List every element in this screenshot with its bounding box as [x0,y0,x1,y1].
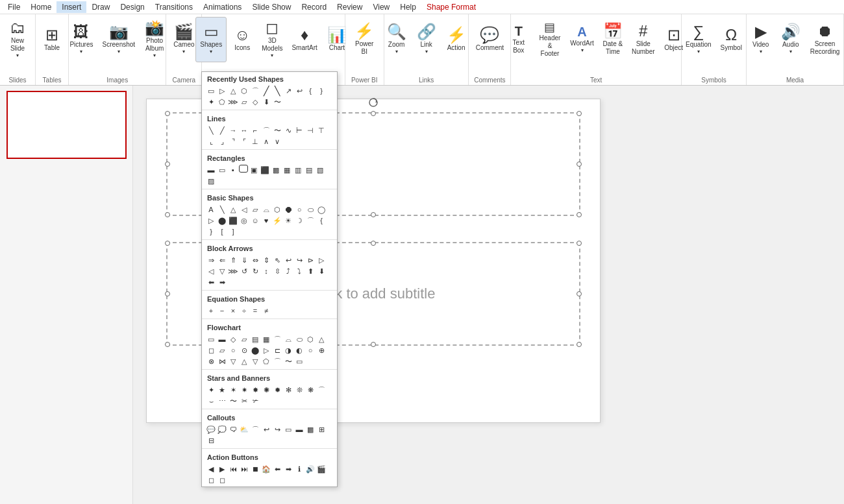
basic-hex[interactable]: ⬡ [272,204,282,215]
screenshot-button[interactable]: 📷 Screenshot ▾ [99,17,140,62]
line-conn3[interactable]: ⊤ [316,125,327,136]
ba-bend[interactable]: ↩ [283,255,293,265]
fc-extract[interactable]: △ [239,356,249,366]
basic-para[interactable]: ▱ [250,204,260,215]
ab-info[interactable]: 🏠 [261,464,271,474]
co-border1[interactable]: ▭ [283,424,293,435]
line-conn8[interactable]: ⊥ [250,136,260,147]
ab-prev-slide[interactable]: ⬅ [272,464,282,474]
eq-plus[interactable]: + [206,306,216,316]
menu-record[interactable]: Record [296,1,332,13]
eq-equals[interactable]: = [250,306,260,316]
basic-circle[interactable]: ○ [294,204,304,215]
ba-updown2[interactable]: ⇳ [272,266,282,276]
icons-button[interactable]: ☺ Icons [228,17,256,62]
ba-circular[interactable]: ↺ [239,266,249,276]
sb-banner2[interactable]: 〜 [228,396,238,406]
table-button[interactable]: ⊞ Table [38,17,66,62]
menu-help[interactable]: Help [395,1,421,13]
ba-4way[interactable]: ⇖ [272,255,282,265]
co-cloud[interactable]: ⛅ [239,424,249,435]
menu-view[interactable]: View [367,1,395,13]
basic-ellipse[interactable]: ◯ [316,204,327,215]
rect-2[interactable]: ▭ [217,165,227,175]
ba-down[interactable]: ⇓ [239,255,249,265]
line-conn7[interactable]: ⌜ [239,136,249,147]
shape-arrow-ne[interactable]: ↗ [283,86,293,96]
sb-star12[interactable]: ✹ [272,385,282,395]
shape-arc[interactable]: ⌒ [250,86,260,96]
fc-sort[interactable]: ▽ [228,356,238,366]
wordart-button[interactable]: A WordArt ▾ [567,17,597,62]
line-diag[interactable]: ╱ [217,125,227,136]
ba-left[interactable]: ⇐ [217,255,227,265]
shape-brace-left[interactable]: { [305,86,316,96]
ba-ud[interactable]: ⇕ [261,255,271,265]
co-round[interactable]: 💭 [217,424,227,435]
rect-12[interactable]: ▨ [206,176,216,186]
menu-review[interactable]: Review [332,1,367,13]
basic-brace-r[interactable]: } [206,226,216,237]
fc-cylinder[interactable]: ⬤ [250,345,260,355]
ba-strip3[interactable]: ▽ [217,266,227,276]
ab-movie[interactable]: 🎬 [316,464,327,474]
eq-divide[interactable]: ÷ [239,306,249,316]
sb-burst2[interactable]: ❋ [305,385,316,395]
menu-design[interactable]: Design [115,1,149,13]
fc-input[interactable]: ▱ [217,345,227,355]
fc-stored-data[interactable]: ⌒ [272,356,282,366]
cameo-button[interactable]: 🎬 Cameo ▾ [169,17,198,62]
fc-merge[interactable]: ▽ [250,356,260,366]
menu-shape-format[interactable]: Shape Format [421,1,481,13]
ba-curve[interactable]: ↪ [294,255,304,265]
fc-decision[interactable]: ◇ [228,334,238,344]
pictures-button[interactable]: 🖼 Pictures ▾ [66,17,97,62]
basic-text[interactable]: A [206,204,216,215]
rect-3[interactable]: ▪ [228,165,238,175]
line-conn9[interactable]: ∧ [261,136,271,147]
shape-rect[interactable]: ▭ [206,86,216,96]
basic-lightning[interactable]: ⚡ [272,215,282,226]
line-straight[interactable]: ╲ [206,125,216,136]
eq-notequal[interactable]: ≠ [261,306,271,316]
zoom-button[interactable]: 🔍 Zoom ▾ [382,17,411,62]
audio-button[interactable]: 🔊 Audio ▾ [776,17,805,62]
fc-term[interactable]: ⬭ [294,334,304,344]
basic-oval[interactable]: ⬭ [305,204,316,215]
ab-next-slide[interactable]: ➡ [283,464,293,474]
basic-trap[interactable]: ⌓ [261,204,271,215]
line-conn1[interactable]: ⊢ [294,125,304,136]
line-curve[interactable]: ⌒ [261,125,271,136]
sb-banner1[interactable]: ⋯ [217,396,227,406]
link-button[interactable]: 🔗 Link ▾ [412,17,441,62]
ba-strip1[interactable]: ▷ [316,255,327,265]
fc-connector[interactable]: ○ [305,345,316,355]
slide-thumbnail[interactable] [6,91,127,159]
ab-home[interactable]: ⏹ [250,464,260,474]
shape-parallelogram[interactable]: ▱ [239,97,249,107]
ba-lr[interactable]: ⇔ [250,255,260,265]
sb-star7[interactable]: ✷ [239,385,249,395]
shape-star4[interactable]: ✦ [206,97,216,107]
basic-bracket-r[interactable]: ] [228,226,238,237]
menu-file[interactable]: File [3,1,25,13]
equation-button[interactable]: ∑ Equation ▾ [682,17,715,62]
sb-star6[interactable]: ✶ [228,385,238,395]
ab-beginning[interactable]: ⏮ [228,464,238,474]
fc-delay[interactable]: ⊏ [272,345,282,355]
fc-offpage[interactable]: ⬠ [261,356,271,366]
line-scribble[interactable]: ∿ [283,125,293,136]
basic-cylinder[interactable]: ⬤ [217,215,227,226]
co-oval[interactable]: 🗨 [228,424,238,435]
ba-arrow12[interactable]: ⬇ [316,266,327,276]
sb-star10[interactable]: ✺ [261,385,271,395]
rect-11[interactable]: ▧ [315,165,325,175]
eq-multiply[interactable]: × [228,306,238,316]
sb-star5[interactable]: ★ [217,385,227,395]
basic-smiley[interactable]: ☺ [250,215,260,226]
basic-line[interactable]: ╲ [217,204,227,215]
basic-arrow-right[interactable]: ▷ [206,215,216,226]
shape-hexagon[interactable]: ⬡ [239,86,249,96]
line-conn2[interactable]: ⊣ [305,125,316,136]
fc-manual[interactable]: △ [316,334,327,344]
